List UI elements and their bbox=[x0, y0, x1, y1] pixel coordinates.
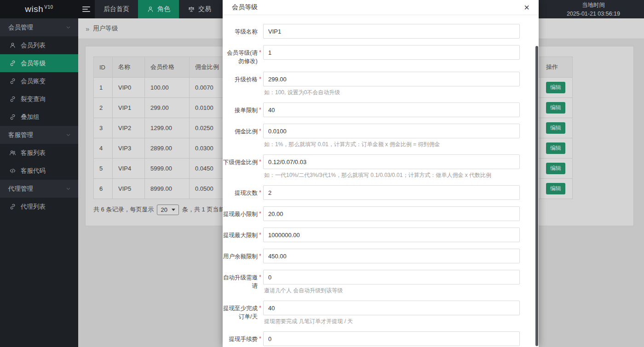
field-label: 升级价格 bbox=[223, 72, 261, 96]
required-asterisk bbox=[259, 188, 261, 197]
required-asterisk bbox=[259, 231, 261, 239]
form-row: 升级价格 如：100, 设置为0不会自动升级 bbox=[223, 72, 534, 96]
modal-title: 会员等级 bbox=[232, 3, 258, 11]
field-label: 佣金比例 bbox=[223, 124, 261, 148]
field-hint: 如：1%，那么就填写 0.01，计算方式：订单金额 x 佣金比例 = 得到佣金 bbox=[264, 141, 520, 148]
field-label: 用户余额限制 bbox=[223, 249, 261, 263]
form-row: 自动升级需邀请 邀请几个人 会自动升级到该等级 bbox=[223, 270, 534, 294]
required-asterisk bbox=[259, 48, 261, 57]
required-asterisk bbox=[259, 304, 261, 312]
input-commission-rate[interactable] bbox=[263, 124, 520, 138]
input-balance-limit[interactable] bbox=[263, 249, 520, 263]
field-label: 自动升级需邀请 bbox=[223, 270, 261, 294]
modal-body: 等级名称 会员等级(请勿修改) 升级价格 如：100, 设置为0不会自动升级 接… bbox=[223, 16, 534, 347]
input-order-limit[interactable] bbox=[263, 102, 520, 117]
form-row: 佣金比例 如：1%，那么就填写 0.01，计算方式：订单金额 x 佣金比例 = … bbox=[223, 124, 534, 148]
form-row: 提现手续费 bbox=[223, 331, 534, 346]
input-sub-commission-rate[interactable] bbox=[263, 154, 520, 169]
form-row: 提现至少完成订单/天 提现需要完成 几笔订单才开提现 / 天 bbox=[223, 301, 534, 325]
field-label: 会员等级(请勿修改) bbox=[223, 45, 261, 65]
member-level-modal: 会员等级 × 等级名称 会员等级(请勿修改) 升级价格 如：100, 设置为0不… bbox=[223, 0, 539, 347]
required-asterisk bbox=[259, 273, 261, 281]
required-asterisk bbox=[259, 158, 261, 166]
field-label: 提现最小限制 bbox=[223, 206, 261, 221]
input-withdraw-min[interactable] bbox=[263, 206, 520, 221]
form-row: 下级佣金比例 如：一代10%/二代3%/3代1%，那么就填写 0.1/0.03/… bbox=[223, 154, 534, 179]
field-hint: 提现需要完成 几笔订单才开提现 / 天 bbox=[264, 318, 520, 325]
required-asterisk bbox=[259, 335, 261, 343]
form-row: 用户余额限制 bbox=[223, 249, 534, 263]
form-row: 提现最小限制 bbox=[223, 206, 534, 221]
field-hint: 如：100, 设置为0不会自动升级 bbox=[264, 89, 520, 96]
field-label: 等级名称 bbox=[223, 24, 261, 39]
input-withdraw-times[interactable] bbox=[263, 185, 520, 200]
input-upgrade-price[interactable] bbox=[263, 72, 520, 86]
modal-scrollbar[interactable] bbox=[535, 46, 538, 346]
form-row: 接单限制 bbox=[223, 102, 534, 117]
required-asterisk bbox=[259, 210, 261, 218]
field-label: 提现最大限制 bbox=[223, 228, 261, 242]
input-withdraw-max[interactable] bbox=[263, 228, 520, 242]
field-label: 提现手续费 bbox=[223, 331, 261, 346]
form-row: 等级名称 bbox=[223, 24, 534, 39]
field-hint: 邀请几个人 会自动升级到该等级 bbox=[264, 287, 520, 294]
close-icon[interactable]: × bbox=[524, 3, 529, 12]
form-row: 会员等级(请勿修改) bbox=[223, 45, 534, 65]
field-label: 提现次数 bbox=[223, 185, 261, 200]
modal-header: 会员等级 × bbox=[223, 0, 539, 15]
input-member-level[interactable] bbox=[263, 45, 520, 60]
input-level-name[interactable] bbox=[263, 24, 520, 39]
required-asterisk bbox=[259, 106, 261, 114]
form-row: 提现最大限制 bbox=[223, 228, 534, 242]
required-asterisk bbox=[259, 127, 261, 135]
field-hint: 如：一代10%/二代3%/3代1%，那么就填写 0.1/0.03/0.01；计算… bbox=[264, 171, 520, 179]
required-asterisk bbox=[259, 75, 261, 83]
field-label: 接单限制 bbox=[223, 102, 261, 117]
field-label: 提现至少完成订单/天 bbox=[223, 301, 261, 325]
field-label: 下级佣金比例 bbox=[223, 154, 261, 179]
input-withdraw-min-orders[interactable] bbox=[263, 301, 520, 315]
input-auto-upgrade-invites[interactable] bbox=[263, 270, 520, 284]
form-row: 提现次数 bbox=[223, 185, 534, 200]
required-asterisk bbox=[259, 252, 261, 260]
input-withdraw-fee[interactable] bbox=[263, 331, 520, 346]
